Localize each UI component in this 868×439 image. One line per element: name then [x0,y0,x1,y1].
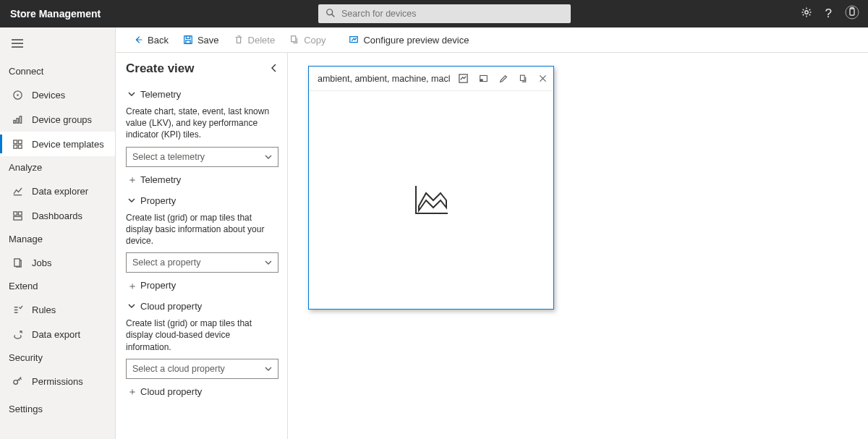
tile-edit-icon[interactable] [498,74,509,84]
chevron-down-icon [127,195,136,206]
section-property-header[interactable]: Property [126,189,278,209]
delete-button: Delete [228,32,281,48]
dashboards-icon [12,210,23,221]
sidebar-item-device-templates[interactable]: Device templates [0,132,115,156]
section-title: Cloud property [140,301,202,312]
side-nav: Connect Devices Device groups Device tem… [0,27,116,439]
svg-rect-14 [18,140,22,143]
svg-point-21 [13,380,17,384]
add-telemetry-button[interactable]: ＋ Telemetry [126,167,278,189]
preview-device-icon [349,35,359,45]
select-placeholder: Select a telemetry [132,152,205,162]
sidebar-item-label: Permissions [32,376,83,387]
svg-rect-24 [186,41,190,43]
add-cloud-property-button[interactable]: ＋ Cloud property [126,379,278,401]
sidebar-item-data-explorer[interactable]: Data explorer [0,179,115,203]
sidebar-item-permissions[interactable]: Permissions [0,369,115,393]
svg-rect-17 [13,211,17,215]
plus-icon: ＋ [127,281,137,291]
svg-rect-29 [480,79,483,81]
svg-rect-23 [186,36,190,39]
chart-placeholder-icon [412,183,451,218]
svg-rect-12 [20,116,21,122]
rules-icon [12,304,23,315]
nav-group-manage: Manage [0,228,115,250]
app-header: Store Management ? [0,0,868,27]
tile-copy-icon[interactable] [519,74,528,84]
select-placeholder: Select a cloud property [132,364,225,374]
chevron-down-icon [127,89,136,100]
sidebar-item-rules[interactable]: Rules [0,297,115,322]
delete-icon [234,35,244,45]
search-icon [326,8,336,20]
permissions-icon [12,376,23,387]
svg-rect-18 [18,211,22,215]
plus-icon: ＋ [127,386,137,396]
sidebar-item-devices[interactable]: Devices [0,82,115,107]
copy-icon [289,35,299,45]
svg-rect-27 [459,74,467,82]
sidebar-item-jobs[interactable]: Jobs [0,250,115,275]
svg-rect-26 [350,37,358,43]
nav-group-security: Security [0,346,115,369]
add-label: Cloud property [140,386,202,397]
cmd-label: Save [197,35,219,46]
sidebar-item-label: Dashboards [32,210,82,221]
sidebar-item-label: Rules [32,304,56,315]
settings-gear-icon[interactable] [801,7,812,21]
tile-title: ambient, ambient, machine, macl [318,74,454,84]
sidebar-item-dashboards[interactable]: Dashboards [0,203,115,228]
svg-rect-16 [18,145,22,148]
nav-group-extend: Extend [0,275,115,297]
chevron-down-icon [127,301,136,312]
section-telemetry-header[interactable]: Telemetry [126,83,278,103]
data-export-icon [12,329,23,340]
nav-group-settings[interactable]: Settings [0,398,115,420]
view-canvas[interactable]: ambient, ambient, machine, macl [288,53,868,439]
section-cloud-header[interactable]: Cloud property [126,295,278,315]
sidebar-item-label: Data export [32,329,80,340]
save-button[interactable]: Save [177,32,225,48]
section-property-desc: Create list (grid) or map tiles that dis… [126,209,278,253]
panel-title: Create view [126,61,195,76]
sidebar-item-label: Data explorer [32,186,88,197]
device-templates-icon [12,139,23,150]
copy-button: Copy [284,32,331,48]
tile-size-icon[interactable] [479,74,488,83]
add-label: Property [140,280,176,291]
telemetry-select[interactable]: Select a telemetry [126,147,278,167]
tile-close-icon[interactable] [538,74,548,83]
back-button[interactable]: Back [127,32,174,48]
section-cloud-desc: Create list (grid) or map tiles that dis… [126,315,278,359]
svg-rect-25 [292,36,296,42]
svg-rect-13 [13,140,17,143]
plus-icon: ＋ [127,174,137,184]
collapse-panel-icon[interactable] [270,63,278,75]
search-input[interactable] [341,9,563,19]
svg-line-1 [332,14,335,17]
section-title: Property [140,195,176,206]
cmd-label: Copy [304,35,326,46]
sidebar-item-label: Jobs [32,257,51,268]
section-telemetry-desc: Create chart, state, event, last known v… [126,103,278,147]
configure-preview-device-button[interactable]: Configure preview device [343,32,475,48]
nav-group-connect: Connect [0,60,115,82]
sidebar-item-data-export[interactable]: Data export [0,322,115,346]
svg-point-0 [327,9,333,14]
svg-rect-4 [850,9,854,15]
tile-chart-type-icon[interactable] [458,73,469,84]
help-icon[interactable]: ? [825,7,832,21]
select-placeholder: Select a property [132,257,201,268]
cloud-property-select[interactable]: Select a cloud property [126,359,278,379]
sidebar-item-device-groups[interactable]: Device groups [0,107,115,132]
chevron-down-icon [265,364,272,374]
property-select[interactable]: Select a property [126,252,278,273]
data-explorer-icon [12,186,23,197]
account-icon[interactable] [845,5,859,22]
chart-tile[interactable]: ambient, ambient, machine, macl [308,66,554,310]
global-search[interactable] [318,4,571,23]
add-property-button[interactable]: ＋ Property [126,273,278,295]
nav-collapse-button[interactable] [0,35,115,60]
svg-rect-19 [13,216,21,220]
svg-rect-11 [17,118,18,123]
